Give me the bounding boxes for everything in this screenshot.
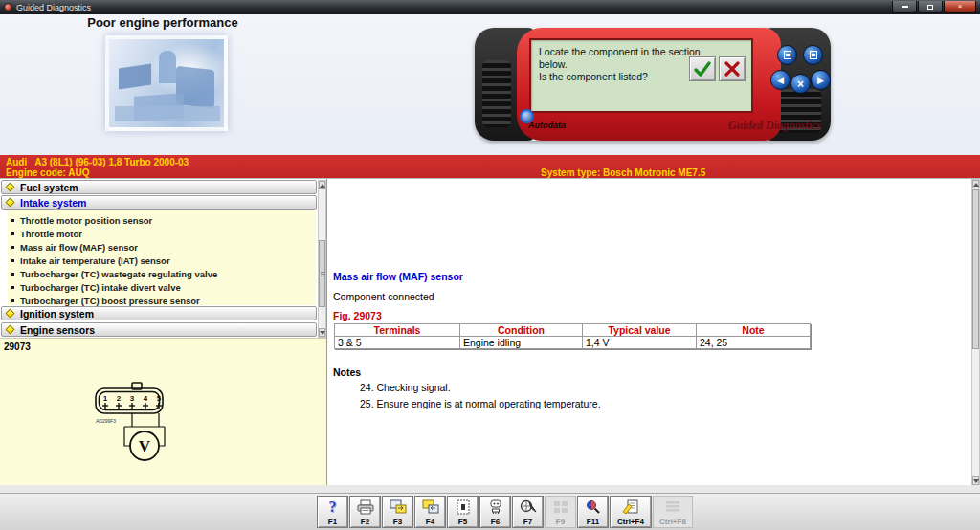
back-button[interactable]: ◀ [770,70,791,90]
scroll-down-button[interactable] [319,328,325,337]
status-strip [0,485,980,493]
intake-items-panel: Throttle motor position sensor Throttle … [8,210,316,305]
main-content: Mass air flow (MAF) sensor Component con… [326,179,980,486]
svg-text:5: 5 [157,394,162,403]
page-down-button[interactable] [803,45,823,65]
cancel-button[interactable]: × [791,74,811,94]
item-maf-sensor[interactable]: Mass air flow (MAF) sensor [8,240,316,254]
item-iat-sensor[interactable]: Intake air temperature (IAT) sensor [8,254,316,267]
printer-icon [356,499,375,515]
yes-button[interactable] [689,56,716,81]
no-button[interactable] [719,56,746,81]
search-icon [584,499,603,515]
cell-terminals: 3 & 5 [335,337,460,349]
figure-icon [455,499,472,515]
restore-button[interactable] [918,1,943,13]
scroll-up-icon [320,184,325,188]
toolbar-button-ctrl-f8: Ctrl+F8 [653,496,693,528]
bullet-icon [11,273,14,276]
back-icon: ◀ [777,76,784,85]
bullet-icon [11,259,14,262]
app-icon [4,3,12,11]
engine-code: Engine code: AUQ [6,167,89,178]
component-icon [486,499,505,515]
device-product-logo: Guided Diagnostics [683,119,821,133]
toolbar-button-f2[interactable]: F2 [349,496,381,528]
diamond-icon [6,198,15,208]
toolbar-button-f11[interactable]: F11 [577,496,609,528]
scrollbar-thumb[interactable] [319,240,325,307]
cell-note: 24, 25 [697,337,811,349]
diamond-icon [6,325,15,335]
col-terminals: Terminals [335,324,460,337]
page-up-button[interactable] [777,45,797,65]
page-title: Poor engine performance [0,15,325,30]
body-area: Fuel system Intake system Throttle motor… [0,178,980,485]
vehicle-info-bar: Audi A3 (8L1) (96-03) 1,8 Turbo 2000-03 … [0,155,980,178]
toolbar-button-f1[interactable]: ? F1 [317,496,348,528]
note-edit-icon [621,499,640,515]
minimize-button[interactable] [892,1,917,13]
section-label: Ignition system [20,308,94,320]
bullet-icon [11,246,14,249]
bullet-icon [11,299,14,302]
cross-icon [724,61,741,77]
guided-diagnostics-window: Guided Diagnostics × Poor engine perform… [0,0,980,530]
window-title: Guided Diagnostics [16,3,91,12]
list-icon [663,499,682,515]
forward-icon: ▶ [817,76,824,85]
content-scrollbar[interactable] [971,179,980,486]
item-throttle-motor[interactable]: Throttle motor [8,227,316,240]
toolbar-button-f5[interactable]: F5 [447,496,479,528]
toolbar-button-ctrl-f4[interactable]: Ctrl+F4 [610,496,652,528]
section-intake-system[interactable]: Intake system [1,195,317,210]
device-screen: Locate the component in the section belo… [529,38,753,113]
toolbar-button-f9: F9 [545,496,576,528]
screen-export-icon [389,499,408,515]
svg-text:2: 2 [117,394,122,403]
item-throttle-motor-position-sensor[interactable]: Throttle motor position sensor [8,213,316,227]
section-label: Engine sensors [20,324,95,336]
section-fuel-system[interactable]: Fuel system [1,180,317,194]
checkmark-icon [693,60,712,77]
col-condition: Condition [460,324,583,337]
scroll-up-icon [973,183,979,187]
section-engine-sensors[interactable]: Engine sensors [1,322,317,337]
item-tc-boost-pressure-sensor[interactable]: Turbocharger (TC) boost pressure sensor [8,294,316,307]
svg-text:4: 4 [144,394,148,403]
header: Poor engine performance Locate the compo… [0,14,980,155]
toolbar-button-f6[interactable]: F6 [479,496,511,528]
toolbar-button-f3[interactable]: F3 [382,496,413,528]
scroll-down-icon [320,331,325,335]
notes-title: Notes [333,366,361,378]
scroll-up-button[interactable] [319,181,325,189]
forward-button[interactable]: ▶ [811,70,831,90]
connector-diagram: 1 2 3 4 5 AD299F3 [57,377,249,484]
sidebar: Fuel system Intake system Throttle motor… [0,179,326,486]
sidebar-scrollbar[interactable] [318,180,326,338]
close-icon: × [958,3,963,11]
help-icon: ? [329,499,337,515]
scroll-down-icon [973,479,979,483]
scrollbar-thumb[interactable] [972,189,979,349]
minimize-icon [902,6,908,8]
toolbar-button-f7[interactable]: F7 [512,496,544,528]
vehicle-name: Audi A3 (8L1) (96-03) 1,8 Turbo 2000-03 [6,157,189,167]
scroll-up-button[interactable] [972,180,979,188]
device-brand-logo: Autodata [528,121,566,130]
section-ignition-system[interactable]: Ignition system [1,306,317,320]
values-table: Terminals Condition Typical value Note 3… [334,323,811,349]
svg-text:1: 1 [103,394,108,403]
svg-text:3: 3 [130,394,135,403]
section-label: Intake system [20,197,86,209]
item-tc-wastegate-valve[interactable]: Turbocharger (TC) wastegate regulating v… [8,267,316,280]
item-tc-intake-divert-valve[interactable]: Turbocharger (TC) intake divert valve [8,280,316,294]
figure-panel: 29073 1 2 3 4 5 [0,338,326,486]
scroll-down-button[interactable] [972,476,979,485]
grid-icon [552,499,569,515]
figure-reference: Fig. 29073 [333,310,382,321]
toolbar-button-f4[interactable]: F4 [414,496,446,528]
col-typical-value: Typical value [583,324,697,337]
close-button[interactable]: × [944,1,976,13]
page-up-icon [784,51,791,59]
